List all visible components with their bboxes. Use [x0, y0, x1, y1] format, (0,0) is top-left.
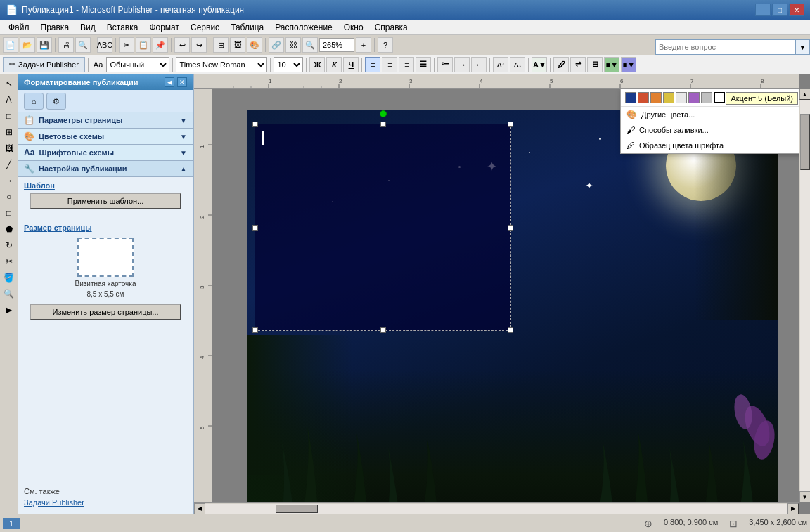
save-btn[interactable]: 💾 — [37, 37, 52, 53]
zoom-out-btn[interactable]: 🔍 — [302, 37, 318, 53]
text-direction-btn[interactable]: ⇌ — [570, 57, 586, 72]
scroll-right-btn[interactable]: ▶ — [788, 503, 799, 514]
hyperlink-btn[interactable]: 🔗 — [269, 37, 284, 53]
menu-help[interactable]: Справка — [369, 21, 413, 34]
change-size-btn[interactable]: Изменить размер страницы... — [30, 304, 181, 320]
swatch-light[interactable] — [676, 92, 687, 103]
sidebar-section-config[interactable]: 🔧 Настройка публикации ▲ — [18, 161, 193, 177]
style-select[interactable]: Обычный — [106, 57, 169, 72]
handle-top-right[interactable] — [508, 122, 513, 127]
font-color-sample-btn[interactable]: 🖊 Образец цвета шрифта — [621, 138, 799, 153]
scrollbar-horizontal[interactable]: ◀ ▶ — [194, 502, 799, 514]
swatch-purple[interactable] — [688, 92, 700, 103]
align-left-btn[interactable]: ≡ — [365, 57, 380, 72]
scroll-up-btn[interactable]: ▲ — [799, 89, 811, 100]
menu-insert[interactable]: Вставка — [101, 21, 144, 34]
fill-tool[interactable]: 🪣 — [1, 270, 17, 285]
sidebar-tab-settings[interactable]: ⚙ — [46, 93, 66, 110]
highlight-btn[interactable]: 🖊 — [553, 57, 569, 72]
font-select[interactable]: Times New Roman — [176, 57, 267, 72]
text-tool[interactable]: A — [1, 92, 17, 108]
swatch-navy[interactable] — [625, 92, 636, 103]
sidebar-section-params[interactable]: 📋 Параметры страницы ▼ — [18, 112, 193, 129]
text-box[interactable] — [255, 124, 511, 331]
handle-top-center[interactable] — [380, 122, 386, 127]
sub-btn[interactable]: A↓ — [510, 57, 525, 72]
sidebar-section-fonts[interactable]: Аа Шрифтовые схемы ▼ — [18, 145, 193, 161]
open-btn[interactable]: 📂 — [20, 37, 35, 53]
scroll-down-btn[interactable]: ▼ — [799, 491, 811, 502]
align-justify-btn[interactable]: ☰ — [416, 57, 431, 72]
insert-table-btn[interactable]: ⊞ — [213, 37, 229, 53]
insert-clip-btn[interactable]: 🎨 — [247, 37, 262, 53]
preview-btn[interactable]: 🔍 — [75, 37, 91, 53]
line-color-btn[interactable]: ■▼ — [621, 57, 636, 72]
scroll-thumb-h[interactable] — [276, 505, 318, 513]
swatch-red[interactable] — [638, 92, 649, 103]
menu-window[interactable]: Окно — [338, 21, 369, 34]
align-right-btn[interactable]: ≡ — [399, 57, 414, 72]
new-btn[interactable]: 📄 — [3, 37, 18, 53]
cut-btn[interactable]: ✂ — [119, 37, 134, 53]
scroll-track-h[interactable] — [205, 504, 788, 514]
sidebar-tab-home[interactable]: ⌂ — [24, 93, 44, 110]
scroll-left-btn[interactable]: ◀ — [194, 503, 205, 514]
zoom-input[interactable] — [319, 38, 354, 52]
outdent-btn[interactable]: ← — [471, 57, 487, 72]
line-tool[interactable]: ╱ — [1, 157, 17, 172]
menu-edit[interactable]: Правка — [35, 21, 75, 34]
underline-btn[interactable]: Ч — [343, 57, 359, 72]
rotate-tool[interactable]: ↻ — [1, 238, 17, 253]
sidebar-close-btn[interactable]: ✕ — [177, 77, 187, 87]
chain-btn[interactable]: ⛓ — [285, 37, 301, 53]
menu-format[interactable]: Формат — [143, 21, 185, 34]
page-size-title[interactable]: Размер страницы — [24, 223, 187, 232]
maximize-button[interactable]: □ — [772, 4, 788, 16]
swatch-gray[interactable] — [701, 92, 712, 103]
paste-btn[interactable]: 📌 — [153, 37, 168, 53]
sidebar-back-btn[interactable]: ◀ — [165, 77, 174, 87]
see-also-link[interactable]: Задачи Publisher — [24, 498, 187, 507]
autoshape-tool[interactable]: ⬟ — [1, 221, 17, 237]
zoom-in-btn[interactable]: + — [356, 37, 371, 53]
sidebar-section-colors[interactable]: 🎨 Цветовые схемы ▼ — [18, 129, 193, 145]
template-title[interactable]: Шаблон — [24, 181, 187, 190]
menu-arrange[interactable]: Расположение — [269, 21, 338, 34]
swatch-yellow[interactable] — [663, 92, 674, 103]
other-colors-btn[interactable]: 🎨 Другие цвета... — [621, 107, 799, 122]
help-btn[interactable]: ? — [378, 37, 393, 53]
italic-btn[interactable]: К — [326, 57, 342, 72]
handle-mid-right[interactable] — [508, 225, 513, 231]
copy-btn[interactable]: 📋 — [136, 37, 151, 53]
scroll-thumb-v[interactable] — [800, 114, 810, 170]
apply-template-btn[interactable]: Применить шаблон... — [30, 193, 181, 209]
handle-top-anchor[interactable] — [380, 110, 387, 117]
search-input[interactable] — [656, 43, 795, 51]
indent-btn[interactable]: → — [454, 57, 470, 72]
handle-bot-center[interactable] — [380, 327, 386, 333]
picture-tool[interactable]: 🖼 — [1, 141, 17, 156]
handle-top-left[interactable] — [252, 122, 258, 127]
close-button[interactable]: ✕ — [789, 4, 804, 16]
textbox-tool[interactable]: □ — [1, 108, 17, 124]
menu-file[interactable]: Файл — [3, 21, 35, 34]
scroll-track-v[interactable] — [800, 100, 810, 491]
extra-tool[interactable]: ▶ — [1, 302, 17, 318]
search-dropdown-btn[interactable]: ▼ — [795, 40, 809, 54]
minimize-button[interactable]: — — [755, 4, 771, 16]
table-tool[interactable]: ⊞ — [1, 124, 17, 140]
size-select[interactable]: 10 — [274, 57, 303, 72]
list-btn[interactable]: ≔ — [437, 57, 453, 72]
rect-tool[interactable]: □ — [1, 205, 17, 221]
select-tool[interactable]: ↖ — [1, 76, 17, 91]
swatch-orange[interactable] — [650, 92, 662, 103]
print-btn[interactable]: 🖨 — [58, 37, 74, 53]
columns-btn[interactable]: ⊟ — [587, 57, 603, 72]
handle-bot-right[interactable] — [508, 327, 513, 333]
fill-color-btn[interactable]: ■▼ — [604, 57, 619, 72]
scrollbar-vertical[interactable]: ▲ ▼ — [799, 89, 810, 502]
spell-btn[interactable]: ABC — [97, 37, 112, 53]
arrow-tool[interactable]: → — [1, 173, 17, 188]
font-color-dropdown-btn[interactable]: A▼ — [532, 57, 547, 72]
menu-table[interactable]: Таблица — [225, 21, 269, 34]
